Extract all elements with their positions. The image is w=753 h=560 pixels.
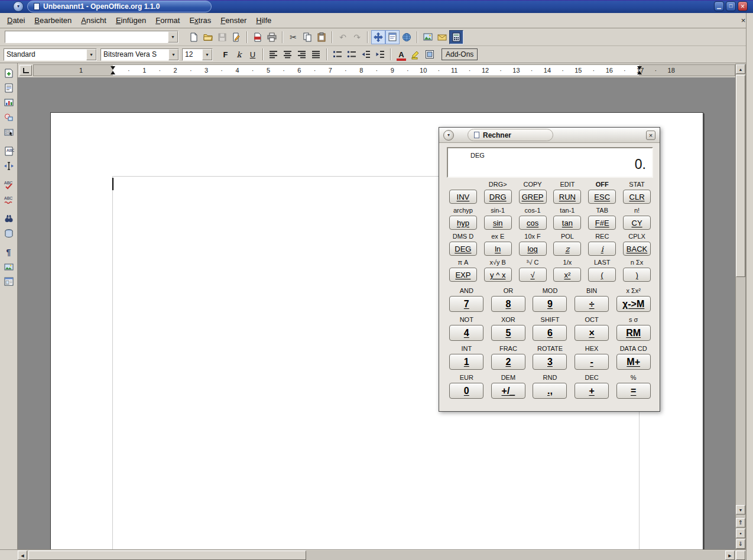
insert-object-button[interactable] (2, 96, 16, 110)
underline-button[interactable]: U (246, 48, 259, 61)
left-indent-marker[interactable] (111, 66, 116, 75)
insert-fields-button[interactable] (2, 81, 16, 95)
auto-spellcheck-button[interactable]: ABC (2, 193, 16, 207)
calc-key[interactable]: ESC (588, 190, 616, 204)
calc-key[interactable]: 9 (533, 296, 567, 312)
calc-key[interactable]: 4 (449, 325, 483, 341)
previous-page-button[interactable]: ⇑ (736, 518, 745, 528)
addons-button[interactable]: Add-Ons (442, 48, 478, 60)
calc-key[interactable]: tan (553, 216, 581, 230)
font-dropdown-button[interactable]: ▼ (168, 49, 178, 60)
calc-key[interactable]: sin (484, 216, 512, 230)
calc-key[interactable]: ln (484, 242, 512, 256)
navigation-button[interactable]: ● (736, 529, 745, 538)
scroll-left-button[interactable]: ◀ (18, 551, 27, 560)
find-replace-button[interactable] (2, 211, 16, 226)
new-document-button[interactable] (187, 30, 201, 44)
size-dropdown-button[interactable]: ▼ (202, 49, 212, 60)
minimize-button[interactable]: ▁ (714, 1, 724, 11)
align-right-button[interactable] (295, 47, 309, 61)
calc-key[interactable]: DEG (449, 242, 477, 256)
paragraph-style-input[interactable] (4, 49, 86, 60)
mail-document-button[interactable] (435, 30, 449, 44)
insert-button[interactable] (2, 66, 16, 80)
window-menu-button[interactable]: ▾ (13, 1, 24, 12)
calc-key[interactable]: GREP (519, 190, 547, 204)
url-dropdown-button[interactable]: ▼ (168, 31, 178, 43)
font-size-input[interactable] (183, 49, 202, 60)
calculator-title-pill[interactable]: Rechner (468, 129, 553, 141)
calc-key[interactable]: z (553, 242, 581, 256)
menu-item[interactable]: Einfügen (111, 14, 151, 28)
calc-key[interactable]: ÷ (575, 296, 609, 312)
menu-item[interactable]: Ansicht (76, 14, 111, 28)
stylist-toggle-button[interactable] (385, 30, 400, 44)
calc-key[interactable]: ( (588, 268, 616, 282)
vertical-scroll-thumb[interactable] (736, 75, 745, 277)
calc-key[interactable]: 7 (449, 296, 483, 312)
calc-key[interactable]: 5 (491, 325, 525, 341)
undo-button[interactable]: ↶ (336, 30, 350, 44)
calc-key[interactable]: CLR (623, 190, 651, 204)
calc-key[interactable]: √ (519, 268, 547, 282)
calc-key[interactable]: 2 (491, 354, 525, 370)
menu-item[interactable]: Hilfe (251, 14, 276, 28)
maximize-button[interactable]: □ (726, 1, 736, 11)
paragraph-background-button[interactable] (423, 47, 437, 61)
gallery-button[interactable] (421, 30, 435, 44)
redo-button[interactable]: ↷ (350, 30, 364, 44)
form-functions-button[interactable] (2, 125, 16, 139)
calc-key[interactable]: χ->M (616, 296, 651, 312)
direct-cursor-button[interactable] (2, 159, 16, 173)
menu-item[interactable]: Bearbeiten (30, 14, 76, 28)
url-input[interactable] (5, 31, 168, 43)
hyperlink-dialog-button[interactable] (400, 30, 414, 44)
font-color-button[interactable]: A (394, 47, 408, 61)
calc-key[interactable]: F#E (588, 216, 616, 230)
bullets-button[interactable] (345, 47, 359, 61)
cut-button[interactable]: ✂ (286, 30, 300, 44)
menu-item[interactable]: Datei (2, 14, 30, 28)
calc-key[interactable]: RUN (553, 190, 581, 204)
calc-key[interactable]: 0 (449, 383, 483, 399)
calc-key[interactable]: × (575, 325, 609, 341)
calc-key[interactable]: 3 (533, 354, 567, 370)
online-layout-button[interactable] (2, 275, 16, 289)
nonprinting-characters-button[interactable]: ¶ (2, 245, 16, 259)
export-pdf-button[interactable] (251, 30, 265, 44)
next-page-button[interactable]: ⇓ (736, 539, 745, 549)
horizontal-scroll-thumb[interactable] (28, 551, 306, 560)
calc-key[interactable]: EXP (449, 268, 477, 282)
calc-key[interactable]: 1 (449, 354, 483, 370)
calculator-window-menu-button[interactable]: ▾ (443, 130, 454, 141)
font-name-input[interactable] (101, 49, 168, 60)
edit-file-button[interactable] (229, 30, 244, 44)
align-center-button[interactable] (281, 47, 295, 61)
calc-key[interactable]: - (575, 354, 609, 370)
graphics-on-off-button[interactable] (2, 260, 16, 274)
calc-key[interactable]: +/_ (491, 383, 525, 399)
calc-key[interactable]: log (519, 242, 547, 256)
numbering-button[interactable] (330, 47, 345, 61)
calc-key[interactable]: cos (519, 216, 547, 230)
calc-key[interactable]: INV (449, 190, 477, 204)
menu-item[interactable]: Extras (184, 14, 216, 28)
spellcheck-button[interactable]: ABC (2, 178, 16, 192)
calc-key[interactable]: y ^ x (484, 268, 512, 282)
style-dropdown-button[interactable]: ▼ (86, 49, 96, 60)
window-title-pill[interactable]: Unbenannt1 - OpenOffice.org 1.1.0 (27, 1, 212, 12)
increase-indent-button[interactable] (373, 47, 387, 61)
calc-key[interactable]: ) (623, 268, 651, 282)
calc-key[interactable]: hyp (449, 216, 477, 230)
calc-key[interactable]: CY (623, 216, 651, 230)
highlighting-button[interactable] (408, 47, 423, 61)
paste-button[interactable] (314, 30, 329, 44)
copy-button[interactable] (300, 30, 314, 44)
show-draw-functions-button[interactable] (2, 110, 16, 125)
vertical-scrollbar[interactable]: ▲ ▼ ⇑ ● ⇓ (735, 64, 746, 549)
data-sources-button[interactable] (2, 226, 16, 240)
close-button[interactable]: × (738, 1, 748, 11)
calc-key[interactable]: M+ (616, 354, 651, 370)
calc-key[interactable]: BACK (623, 242, 651, 256)
scroll-down-button[interactable]: ▼ (736, 505, 745, 515)
